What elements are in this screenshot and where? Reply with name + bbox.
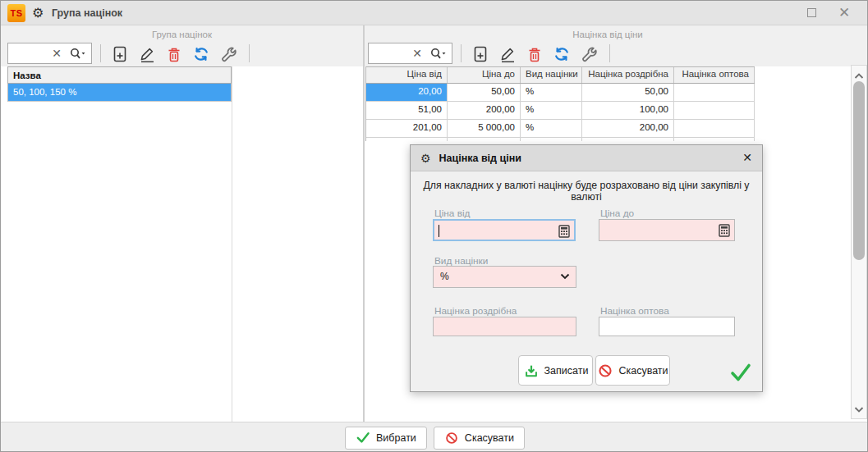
column-header[interactable]: Націнка оптова	[674, 67, 755, 83]
table-cell[interactable]: 200,00	[582, 120, 674, 137]
right-search-input[interactable]	[370, 45, 418, 62]
table-row[interactable]: 20,00 50,00 % 50,00	[366, 84, 755, 102]
price-from-input[interactable]	[438, 222, 554, 239]
wholesale-markup-input[interactable]	[603, 319, 731, 336]
table-row-selected[interactable]: 50, 100, 150 %	[7, 84, 232, 102]
scrollbar-thumb[interactable]	[853, 81, 865, 260]
close-button[interactable]: ✕	[826, 1, 862, 25]
dialog-description: Для накладних у валюті націнку буде розр…	[414, 180, 759, 203]
cancel-icon	[444, 431, 459, 445]
table-cell[interactable]: 50,00	[582, 84, 674, 101]
chevron-down-icon	[560, 273, 570, 280]
price-to-field[interactable]	[599, 219, 735, 241]
table-cell[interactable]	[674, 102, 755, 119]
retail-markup-input[interactable]	[437, 319, 572, 336]
retail-markup-field[interactable]	[433, 317, 576, 336]
markup-dialog: ⚙ Націнка від ціни ✕ Для накладних у вал…	[410, 144, 763, 392]
select-button-label: Вибрати	[376, 432, 416, 444]
retail-markup-label: Націнка роздрібна	[434, 305, 517, 317]
app-logo: TS	[7, 4, 25, 22]
vertical-scrollbar[interactable]	[851, 65, 867, 419]
toolbar-separator	[461, 44, 462, 62]
table-cell[interactable]: %	[521, 120, 582, 137]
dialog-close-icon[interactable]: ✕	[742, 151, 752, 164]
price-markup-table: Ціна від Ціна до Вид націнки Націнка роз…	[365, 66, 755, 141]
left-search-box: ✕	[7, 43, 92, 64]
table-cell[interactable]: 200,00	[448, 102, 521, 119]
gear-icon: ⚙	[32, 5, 44, 21]
price-from-label: Ціна від	[434, 208, 470, 219]
scroll-down-icon[interactable]	[852, 401, 866, 416]
panel-splitter[interactable]	[363, 25, 365, 422]
markup-type-label: Вид націнки	[434, 255, 488, 267]
markup-type-value: %	[440, 271, 449, 282]
toolbar-separator	[609, 44, 610, 62]
calculator-icon[interactable]	[718, 224, 731, 240]
column-header[interactable]: Націнка роздрібна	[582, 67, 674, 83]
add-icon[interactable]	[471, 44, 490, 64]
edit-icon[interactable]	[498, 44, 517, 64]
cancel-icon	[597, 363, 613, 379]
price-from-field[interactable]	[433, 219, 576, 241]
left-table-area	[1, 66, 363, 422]
table-cell[interactable]: 50,00	[448, 84, 521, 101]
table-cell[interactable]: %	[521, 84, 582, 101]
table-cell-selected[interactable]: 20,00	[366, 84, 448, 101]
column-header[interactable]: Ціна від	[366, 67, 448, 83]
refresh-icon[interactable]	[191, 44, 211, 64]
markup-type-select[interactable]: %	[433, 266, 576, 288]
footer-cancel-button[interactable]: Скасувати	[434, 427, 525, 450]
calculator-icon[interactable]	[558, 225, 571, 241]
clear-search-icon[interactable]: ✕	[412, 47, 422, 60]
dialog-cancel-button[interactable]: Скасувати	[595, 355, 670, 386]
column-header[interactable]: Ціна до	[448, 67, 521, 83]
delete-icon[interactable]	[525, 44, 544, 64]
dialog-header[interactable]: ⚙ Націнка від ціни ✕	[411, 145, 762, 171]
table-cell[interactable]	[674, 120, 755, 137]
clear-search-icon[interactable]: ✕	[52, 47, 62, 60]
table-cell[interactable]: 201,00	[366, 120, 448, 137]
maximize-icon	[807, 8, 816, 17]
refresh-icon[interactable]	[552, 44, 572, 64]
column-header[interactable]: Вид націнки	[521, 67, 582, 83]
table-cell[interactable]	[674, 84, 755, 101]
table-cell[interactable]: 51,00	[366, 102, 448, 119]
left-table-column-border	[232, 66, 232, 422]
right-search-box: ✕	[368, 43, 452, 64]
price-to-label: Ціна до	[600, 208, 634, 219]
select-button[interactable]: Вибрати	[345, 427, 427, 450]
search-icon[interactable]	[430, 48, 447, 63]
table-header-row: Ціна від Ціна до Вид націнки Націнка роз…	[366, 66, 755, 84]
title-bar: TS ⚙ Група націнок ✕	[1, 1, 867, 25]
delete-icon[interactable]	[164, 44, 184, 64]
cancel-button-label: Скасувати	[465, 432, 514, 444]
settings-wrench-icon[interactable]	[579, 44, 599, 64]
left-panel-caption: Група націнок	[1, 30, 363, 39]
search-icon[interactable]	[70, 48, 86, 63]
dialog-title: Націнка від ціни	[439, 153, 521, 164]
add-icon[interactable]	[110, 44, 130, 64]
table-cell[interactable]: %	[521, 102, 582, 119]
table-cell[interactable]: 5 000,00	[448, 120, 521, 137]
save-button[interactable]: Записати	[518, 355, 593, 386]
maximize-button[interactable]	[793, 1, 829, 25]
app-window: TS ⚙ Група націнок ✕ Група націнок Націн…	[0, 0, 868, 452]
window-title: Група націнок	[52, 7, 122, 19]
wholesale-markup-field[interactable]	[599, 317, 735, 336]
table-cell[interactable]: 100,00	[582, 102, 674, 119]
toolbar-separator	[249, 44, 250, 62]
table-row[interactable]: 51,00 200,00 % 100,00	[366, 102, 755, 120]
cancel-button-label: Скасувати	[618, 365, 668, 377]
column-header-name[interactable]: Назва	[7, 66, 232, 84]
valid-check-icon	[729, 362, 752, 386]
price-to-input[interactable]	[603, 221, 714, 238]
left-search-input[interactable]	[10, 45, 57, 62]
gear-icon: ⚙	[420, 152, 431, 165]
table-row[interactable]: 201,00 5 000,00 % 200,00	[366, 120, 755, 138]
right-panel-caption: Націнка від ціни	[365, 30, 850, 39]
left-toolbar	[110, 44, 238, 64]
edit-icon[interactable]	[137, 44, 157, 64]
settings-wrench-icon[interactable]	[218, 44, 238, 64]
markup-groups-table: Назва 50, 100, 150 %	[7, 66, 232, 102]
save-icon	[523, 363, 540, 379]
